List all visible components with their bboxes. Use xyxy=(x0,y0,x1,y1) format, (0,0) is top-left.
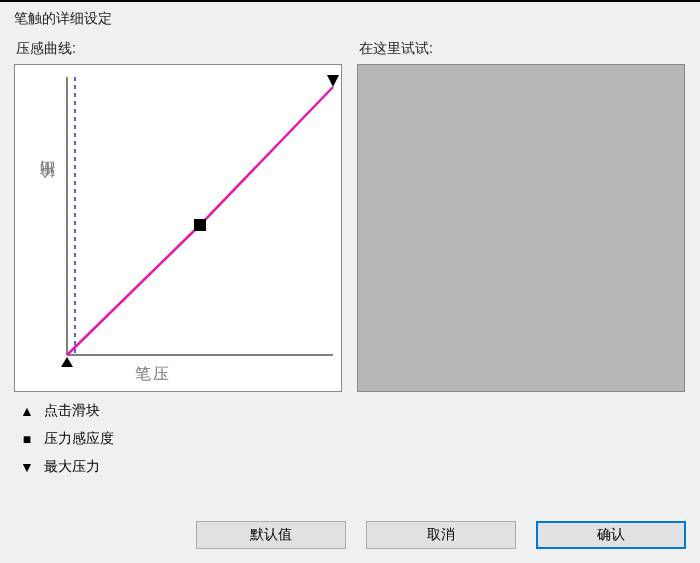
test-panel: 在这里试试: xyxy=(357,34,686,392)
sensitivity-handle[interactable] xyxy=(194,219,206,231)
window-title: 笔触的详细设定 xyxy=(0,2,700,34)
content-area: 压感曲线: 输出 笔压 xyxy=(0,34,700,507)
legend-row-click-slider: ▲ 点击滑块 xyxy=(20,402,686,420)
test-canvas[interactable] xyxy=(357,64,685,392)
button-row: 默认值 取消 确认 xyxy=(0,507,700,563)
test-section-label: 在这里试试: xyxy=(357,34,686,64)
legend-row-sensitivity: ■ 压力感应度 xyxy=(20,430,686,448)
cancel-button[interactable]: 取消 xyxy=(366,521,516,549)
ok-button[interactable]: 确认 xyxy=(536,521,686,549)
triangle-up-icon: ▲ xyxy=(20,403,34,419)
max-pressure-handle[interactable] xyxy=(327,75,339,87)
legend: ▲ 点击滑块 ■ 压力感应度 ▼ 最大压力 xyxy=(14,402,686,476)
curve-graph xyxy=(15,65,341,391)
legend-label: 点击滑块 xyxy=(44,402,100,420)
curve-panel: 压感曲线: 输出 笔压 xyxy=(14,34,343,392)
pressure-curve-editor[interactable]: 输出 笔压 xyxy=(14,64,342,392)
legend-label: 压力感应度 xyxy=(44,430,114,448)
square-icon: ■ xyxy=(20,431,34,447)
curve-section-label: 压感曲线: xyxy=(14,34,343,64)
default-button[interactable]: 默认值 xyxy=(196,521,346,549)
panels-row: 压感曲线: 输出 笔压 xyxy=(14,34,686,392)
triangle-down-icon: ▼ xyxy=(20,459,34,475)
legend-label: 最大压力 xyxy=(44,458,100,476)
legend-row-max-pressure: ▼ 最大压力 xyxy=(20,458,686,476)
dialog-window: 笔触的详细设定 压感曲线: 输出 笔压 xyxy=(0,0,700,563)
click-slider-handle[interactable] xyxy=(61,357,73,367)
